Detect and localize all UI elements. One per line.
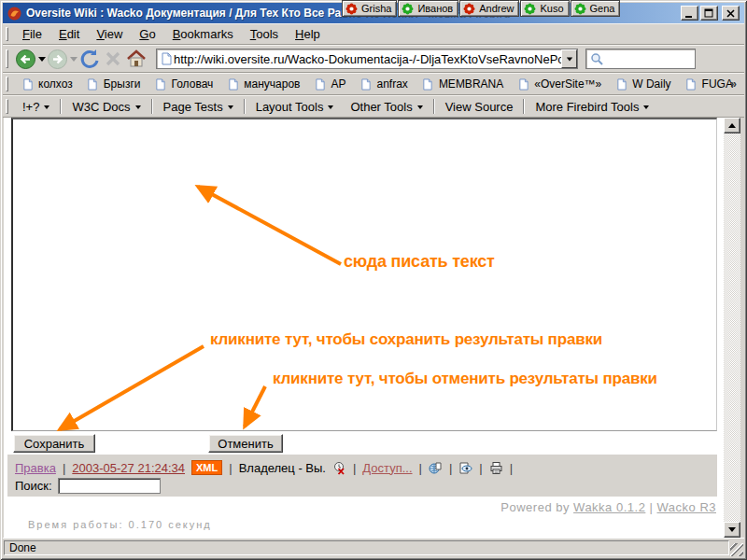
contact-button-ivanov[interactable]: Иванов (398, 0, 458, 17)
wiki-search-input[interactable] (58, 478, 161, 494)
bookmark-item[interactable]: «OverSite™» (510, 76, 608, 93)
powered-by-prefix: Powered by (500, 500, 570, 514)
menu-bookmarks[interactable]: Bookmarks (164, 25, 242, 43)
toolbar-grip[interactable] (6, 27, 8, 41)
wacko-link[interactable]: Wacko R3 (657, 500, 716, 514)
toolbar-item[interactable]: Other Tools (342, 97, 430, 117)
toolbar-separator (244, 99, 246, 114)
bookmark-item[interactable]: AP (307, 76, 353, 93)
menu-file[interactable]: File (14, 25, 50, 43)
runtime-text: Время работы: 0.170 секунд (28, 519, 212, 530)
edit-link[interactable]: Правка (15, 461, 56, 475)
contact-label: Grisha (361, 3, 391, 14)
maximize-button[interactable] (700, 6, 718, 21)
back-dropdown[interactable] (37, 57, 46, 62)
menu-go[interactable]: Go (131, 25, 163, 43)
bookmark-item[interactable]: колхоз (14, 76, 79, 93)
toolbar-item[interactable]: Page Tests (155, 97, 242, 117)
unwatch-icon[interactable] (332, 461, 346, 475)
toolbar-grip[interactable] (6, 77, 8, 91)
access-link[interactable]: Доступ... (362, 461, 412, 475)
print-icon[interactable] (489, 461, 503, 475)
url-bar (156, 49, 578, 69)
toolbar-item[interactable]: View Source (437, 97, 522, 117)
back-button[interactable] (15, 49, 36, 70)
toolbar-item[interactable]: !+? (14, 97, 58, 117)
bookmark-item[interactable]: dirty.ru (740, 76, 747, 93)
forward-dropdown[interactable] (69, 57, 78, 62)
separator-pipe: | (650, 500, 654, 514)
menu-help[interactable]: Help (287, 25, 329, 43)
web-search-input[interactable] (603, 52, 687, 66)
annotation-cancel-hint: кликните тут, чтобы отменить результаты … (273, 370, 657, 388)
contact-label: Иванов (417, 3, 453, 14)
save-button[interactable]: Сохранить (13, 434, 95, 453)
menu-edit[interactable]: Edit (50, 25, 88, 43)
separator-pipe: | (510, 461, 513, 475)
toolbar-item-label: Page Tests (163, 100, 223, 114)
contact-button-gena[interactable]: Gena (571, 0, 621, 17)
bookmark-item[interactable]: Брызги (79, 76, 148, 93)
toolbar-item-label: Layout Tools (256, 100, 324, 114)
bookmark-item[interactable]: W Daily (608, 76, 677, 93)
separator-pipe: | (63, 461, 65, 475)
close-button[interactable] (722, 6, 740, 21)
menu-tools[interactable]: Tools (242, 25, 287, 43)
toolbar-item[interactable]: W3C Docs (63, 97, 148, 117)
status-bar: Done (3, 538, 744, 557)
wakka-link[interactable]: Wakka 0.1.2 (573, 500, 645, 514)
toolbar-item[interactable]: More Firebird Tools (527, 97, 657, 117)
scroll-up-arrow-icon (728, 123, 736, 128)
contact-button-grisha[interactable]: Grisha (342, 0, 397, 17)
powered-by: Powered by Wakka 0.1.2 | Wacko R3 (500, 500, 716, 514)
bookmarks-overflow-chevron[interactable]: » (730, 77, 737, 91)
bookmark-item[interactable]: Головач (147, 76, 219, 93)
bookmark-page-icon (421, 77, 435, 91)
flower-red-icon (345, 2, 359, 16)
forward-button[interactable] (47, 49, 68, 70)
firebird-app-icon (7, 7, 21, 21)
preview-eye-icon[interactable] (458, 461, 472, 475)
bookmark-label: FUGA (702, 77, 733, 91)
wiki-search-label: Поиск: (15, 479, 52, 493)
bookmark-page-icon (359, 77, 374, 91)
contact-label: Gena (590, 3, 615, 14)
raw-page-icon[interactable] (429, 461, 443, 475)
toolbar-item[interactable]: Layout Tools (247, 97, 343, 117)
status-panel: Done (4, 540, 729, 555)
dropdown-arrow-icon (135, 105, 141, 109)
flower-red-icon (462, 2, 476, 16)
bookmark-label: anfrax (377, 77, 408, 91)
url-history-dropdown[interactable] (561, 49, 577, 68)
bookmark-label: манучаров (244, 77, 300, 91)
scroll-up-button[interactable] (724, 118, 740, 133)
toolbar-grip[interactable] (6, 49, 8, 68)
stop-button[interactable] (103, 49, 123, 69)
flower-green-icon (573, 2, 587, 16)
resize-grip[interactable] (730, 543, 743, 556)
bookmark-item[interactable]: MEMBRANA (415, 76, 510, 93)
toolbar-item-label: !+? (22, 100, 39, 114)
vertical-scrollbar[interactable] (724, 118, 740, 538)
toolbar-item-label: View Source (445, 100, 514, 114)
bookmark-item[interactable]: anfrax (353, 76, 415, 93)
revision-timestamp-link[interactable]: 2003-05-27 21:24:34 (72, 461, 185, 475)
reload-button[interactable] (78, 48, 101, 70)
cancel-button[interactable]: Отменить (208, 434, 283, 453)
toolbar-grip[interactable] (6, 99, 8, 113)
annotation-write-here: сюда писать текст (344, 252, 495, 272)
bookmark-page-icon (516, 77, 530, 91)
home-button[interactable] (125, 48, 148, 70)
xml-badge[interactable]: XML (191, 460, 222, 475)
bookmark-item[interactable]: манучаров (219, 76, 306, 93)
minimize-button[interactable] (681, 6, 698, 21)
url-input[interactable] (174, 50, 561, 67)
scroll-down-button[interactable] (724, 522, 740, 538)
owner-text: Владелец - Вы. (239, 461, 326, 475)
toolbar-separator (151, 99, 153, 114)
contact-button-andrew[interactable]: Andrew (459, 0, 519, 17)
contact-button-kuso[interactable]: Kuso (520, 0, 569, 17)
menu-view[interactable]: View (88, 25, 131, 43)
navigation-toolbar (3, 45, 744, 73)
toolbar-item-label: More Firebird Tools (535, 100, 639, 114)
